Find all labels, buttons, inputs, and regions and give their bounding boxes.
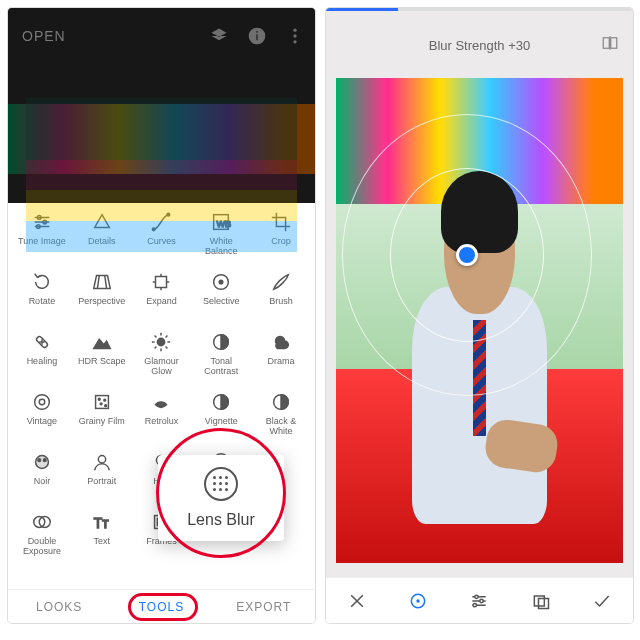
tool-grainy[interactable]: Grainy Film	[72, 387, 132, 447]
svg-point-46	[100, 403, 102, 405]
svg-point-44	[98, 398, 100, 400]
tool-label: Perspective	[78, 297, 125, 307]
blur-editor-screen: Blur Strength +30	[326, 8, 633, 623]
svg-line-38	[166, 336, 168, 338]
svg-point-47	[104, 405, 106, 407]
tool-retrolux[interactable]: Retrolux	[132, 387, 192, 447]
tool-label: Noir	[34, 477, 51, 487]
tab-export[interactable]: EXPORT	[213, 590, 315, 623]
glamour-icon	[150, 331, 172, 353]
tab-looks[interactable]: LOOKS	[8, 590, 110, 623]
tool-tonal[interactable]: Tonal Contrast	[191, 327, 251, 387]
layers-icon[interactable]	[209, 26, 229, 50]
open-button[interactable]: OPEN	[22, 28, 66, 44]
svg-marker-17	[93, 276, 110, 289]
info-icon[interactable]	[247, 26, 267, 50]
svg-rect-20	[156, 277, 167, 288]
lens-blur-icon	[204, 467, 238, 501]
svg-point-4	[293, 34, 296, 37]
double-icon	[31, 511, 53, 533]
svg-point-52	[38, 459, 41, 462]
svg-point-54	[98, 456, 105, 463]
tool-text[interactable]: TтText	[72, 507, 132, 567]
tab-tools[interactable]: TOOLS	[110, 590, 212, 623]
lens-blur-label: Lens Blur	[187, 511, 255, 529]
tool-label: Retrolux	[145, 417, 179, 427]
svg-point-68	[416, 599, 419, 602]
svg-point-45	[104, 399, 106, 401]
svg-point-26	[219, 280, 223, 284]
strength-readout: Blur Strength +30	[326, 38, 633, 53]
tool-label: Selective	[203, 297, 240, 307]
portrait-icon	[91, 451, 113, 473]
tool-vintage[interactable]: Vintage	[12, 387, 72, 447]
tool-label: Black & White	[266, 417, 297, 437]
expand-icon	[150, 271, 172, 293]
tool-selective[interactable]: Selective	[191, 267, 251, 327]
tool-label: Double Exposure	[23, 537, 61, 557]
more-icon[interactable]	[285, 26, 305, 50]
adjust-button[interactable]	[459, 581, 499, 621]
tool-label: Tonal Contrast	[204, 357, 238, 377]
svg-point-72	[475, 595, 478, 598]
tool-glamour[interactable]: Glamour Glow	[132, 327, 192, 387]
tool-label: Expand	[146, 297, 177, 307]
apply-button[interactable]	[582, 581, 622, 621]
tools-screen: OPEN Tune ImageDetailsCurvesWBWhite Bala…	[8, 8, 315, 623]
vignette-icon	[210, 391, 232, 413]
tool-label: Healing	[27, 357, 58, 367]
tool-portrait[interactable]: Portrait	[72, 447, 132, 507]
text-icon: Tт	[91, 511, 113, 533]
svg-point-51	[35, 456, 48, 469]
tool-expand[interactable]: Expand	[132, 267, 192, 327]
svg-rect-76	[538, 598, 548, 608]
strength-slider-fill	[326, 8, 398, 11]
svg-point-53	[43, 459, 46, 462]
noir-icon	[31, 451, 53, 473]
editor-topbar: Blur Strength +30	[326, 8, 633, 64]
retrolux-icon	[150, 391, 172, 413]
editor-header-dimmed: OPEN	[8, 8, 315, 203]
tool-perspective[interactable]: Perspective	[72, 267, 132, 327]
focus-point-handle[interactable]	[456, 244, 478, 266]
tool-label: HDR Scape	[78, 357, 126, 367]
svg-marker-30	[93, 339, 110, 348]
svg-rect-63	[611, 38, 617, 49]
tool-drama[interactable]: Drama	[251, 327, 311, 387]
tool-bw[interactable]: Black & White	[251, 387, 311, 447]
tool-label: Text	[93, 537, 110, 547]
bottom-tabs: LOOKS TOOLS EXPORT	[8, 589, 315, 623]
svg-point-31	[158, 338, 165, 345]
tool-rotate[interactable]: Rotate	[12, 267, 72, 327]
tool-vignette[interactable]: Vignette	[191, 387, 251, 447]
tool-hdr[interactable]: HDR Scape	[72, 327, 132, 387]
tool-healing[interactable]: Healing	[12, 327, 72, 387]
svg-rect-2	[256, 31, 258, 33]
grainy-icon	[91, 391, 113, 413]
svg-point-42	[39, 399, 45, 405]
svg-point-3	[293, 29, 296, 32]
svg-line-37	[166, 347, 168, 349]
svg-rect-62	[603, 38, 609, 49]
strength-slider-track[interactable]	[326, 8, 633, 11]
svg-line-19	[104, 276, 106, 289]
tool-brush[interactable]: Brush	[251, 267, 311, 327]
cancel-button[interactable]	[337, 581, 377, 621]
healing-icon	[31, 331, 53, 353]
selective-icon	[210, 271, 232, 293]
blur-shape-button[interactable]	[398, 581, 438, 621]
tool-double[interactable]: Double Exposure	[12, 507, 72, 567]
svg-line-36	[155, 336, 157, 338]
editor-bottom-bar	[326, 577, 633, 623]
tool-label: Glamour Glow	[144, 357, 179, 377]
perspective-icon	[91, 271, 113, 293]
compare-icon[interactable]	[601, 34, 619, 56]
svg-line-18	[97, 276, 99, 289]
vintage-icon	[31, 391, 53, 413]
brush-icon	[270, 271, 292, 293]
drama-icon	[270, 331, 292, 353]
styles-button[interactable]	[521, 581, 561, 621]
rotate-icon	[31, 271, 53, 293]
tool-noir[interactable]: Noir	[12, 447, 72, 507]
photo-canvas[interactable]	[326, 64, 633, 577]
